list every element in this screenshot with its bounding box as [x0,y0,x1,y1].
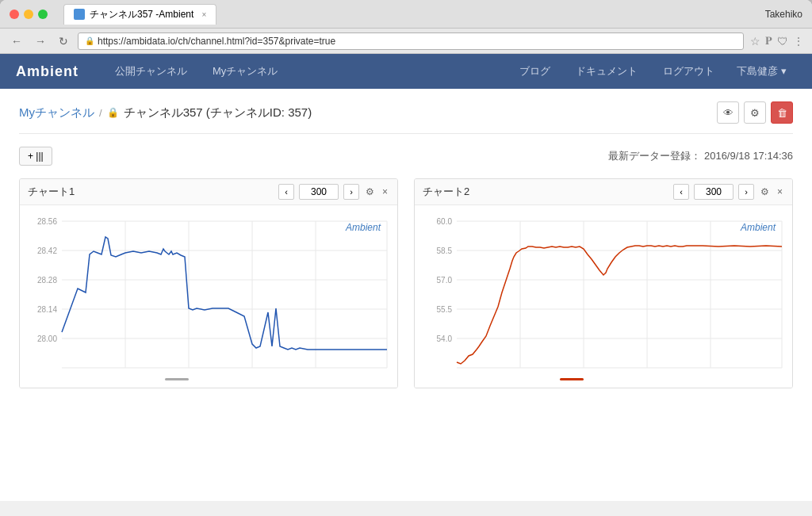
last-update-label: 最新データー登録： [608,150,701,162]
forward-button[interactable]: → [32,33,49,49]
chart1-prev-button[interactable]: ‹ [278,184,294,200]
chart1-count-input[interactable] [299,184,339,200]
chart1-body: 28.56 28.42 28.28 28.14 28.00 Ambient [20,205,397,388]
chart2-prev-button[interactable]: ‹ [673,184,689,200]
chart2-body: 60.0 58.5 57.0 55.5 54.0 Ambient [415,205,792,388]
toolbar-row: + ||| 最新データー登録： 2016/9/18 17:14:36 [19,147,793,166]
browser-toolbar: ← → ↻ 🔒 https://ambidata.io/ch/channel.h… [0,29,812,54]
breadcrumb: Myチャンネル / 🔒 チャンネル357 (チャンネルID: 357) [19,105,717,120]
svg-text:28.42: 28.42 [37,247,57,255]
chart1-header: チャート1 ‹ › ⚙ × [20,179,397,205]
minimize-button[interactable] [24,10,33,19]
eye-icon: 👁 [723,107,733,119]
nav-docs[interactable]: ドキュメント [563,54,650,89]
nav-user-menu[interactable]: 下島健彦 ▾ [727,54,796,89]
chart1-svg-wrapper: 28.56 28.42 28.28 28.14 28.00 Ambient [20,205,397,388]
browser-titlebar: チャンネル357 -Ambient × Takehiko [0,0,812,29]
tab-favicon [74,9,85,20]
url-text: https://ambidata.io/ch/channel.html?id=3… [98,36,335,47]
lock-icon: 🔒 [107,107,119,118]
traffic-lights [10,10,48,19]
charts-row: チャート1 ‹ › ⚙ × [19,178,793,388]
page-header: Myチャンネル / 🔒 チャンネル357 (チャンネルID: 357) 👁 ⚙ … [19,101,793,134]
svg-text:Ambient: Ambient [740,222,776,233]
delete-icon: 🗑 [777,107,787,119]
chart2-next-button[interactable]: › [738,184,754,200]
browser-window: チャンネル357 -Ambient × Takehiko ← → ↻ 🔒 htt… [0,0,812,516]
shield-icon[interactable]: 🛡 [777,35,788,48]
chart1-settings-button[interactable]: ⚙ [364,185,376,199]
main-content: Myチャンネル / 🔒 チャンネル357 (チャンネルID: 357) 👁 ⚙ … [0,89,812,501]
star-icon[interactable]: ☆ [750,35,760,48]
svg-text:28.56: 28.56 [37,217,57,226]
browser-tab[interactable]: チャンネル357 -Ambient × [63,4,216,25]
settings-button[interactable]: ⚙ [744,101,766,124]
nav-right: ブログ ドキュメント ログアウト 下島健彦 ▾ [507,54,796,89]
nav-logout[interactable]: ログアウト [650,54,727,89]
add-chart-label: + ||| [28,151,44,162]
view-button[interactable]: 👁 [717,101,739,124]
svg-text:54.0: 54.0 [437,334,453,343]
chart1-next-button[interactable]: › [343,184,359,200]
gear-icon: ⚙ [750,107,760,119]
chart1-svg: 28.56 28.42 28.28 28.14 28.00 Ambient [20,205,397,388]
channel-title: チャンネル357 (チャンネルID: 357) [124,105,312,120]
chart2-close-button[interactable]: × [776,185,784,199]
menu-icon[interactable]: ⋮ [793,35,804,48]
svg-text:57.0: 57.0 [437,276,453,285]
breadcrumb-separator: / [99,107,102,119]
svg-rect-18 [165,378,189,380]
add-chart-button[interactable]: + ||| [19,147,52,166]
refresh-button[interactable]: ↻ [56,33,71,49]
chart2-header: チャート2 ‹ › ⚙ × [415,179,792,205]
svg-text:28.28: 28.28 [37,276,57,285]
lock-icon: 🔒 [85,36,94,45]
chart1-container: チャート1 ‹ › ⚙ × [19,178,398,388]
tab-close-icon[interactable]: × [201,10,206,19]
breadcrumb-my-channels[interactable]: Myチャンネル [19,105,94,120]
pinterest-icon[interactable]: 𝐏 [765,34,772,48]
nav-links: 公開チャンネル Myチャンネル [102,54,507,89]
tab-title: チャンネル357 -Ambient [90,8,193,21]
svg-text:58.5: 58.5 [437,247,453,255]
nav-my-channels[interactable]: Myチャンネル [200,54,290,89]
svg-text:Ambient: Ambient [345,222,381,233]
address-bar[interactable]: 🔒 https://ambidata.io/ch/channel.html?id… [78,32,744,50]
svg-rect-19 [417,205,790,388]
last-update-value: 2016/9/18 17:14:36 [704,150,793,162]
chart2-count-input[interactable] [694,184,733,200]
app-logo[interactable]: Ambient [16,63,79,80]
svg-rect-37 [560,378,584,380]
chart2-container: チャート2 ‹ › ⚙ × [414,178,793,388]
svg-text:28.14: 28.14 [37,305,57,314]
chart2-title: チャート2 [423,185,668,199]
close-button[interactable] [10,10,19,19]
back-button[interactable]: ← [8,33,25,49]
nav-blog[interactable]: ブログ [507,54,563,89]
chart2-svg: 60.0 58.5 57.0 55.5 54.0 Ambient [415,205,792,388]
svg-text:28.00: 28.00 [37,334,57,343]
chart1-close-button[interactable]: × [381,185,389,199]
browser-user: Takehiko [765,9,802,20]
last-update: 最新データー登録： 2016/9/18 17:14:36 [608,149,793,163]
chart2-settings-button[interactable]: ⚙ [759,185,771,199]
nav-public-channels[interactable]: 公開チャンネル [102,54,200,89]
svg-rect-0 [22,205,395,388]
maximize-button[interactable] [38,10,48,19]
delete-button[interactable]: 🗑 [771,101,793,124]
toolbar-actions: ☆ 𝐏 🛡 ⋮ [750,34,804,48]
svg-text:55.5: 55.5 [437,305,453,314]
header-actions: 👁 ⚙ 🗑 [717,101,793,124]
svg-text:60.0: 60.0 [437,217,453,226]
chart1-title: チャート1 [28,185,274,199]
chart2-svg-wrapper: 60.0 58.5 57.0 55.5 54.0 Ambient [415,205,792,388]
app-navbar: Ambient 公開チャンネル Myチャンネル ブログ ドキュメント ログアウト… [0,54,812,89]
